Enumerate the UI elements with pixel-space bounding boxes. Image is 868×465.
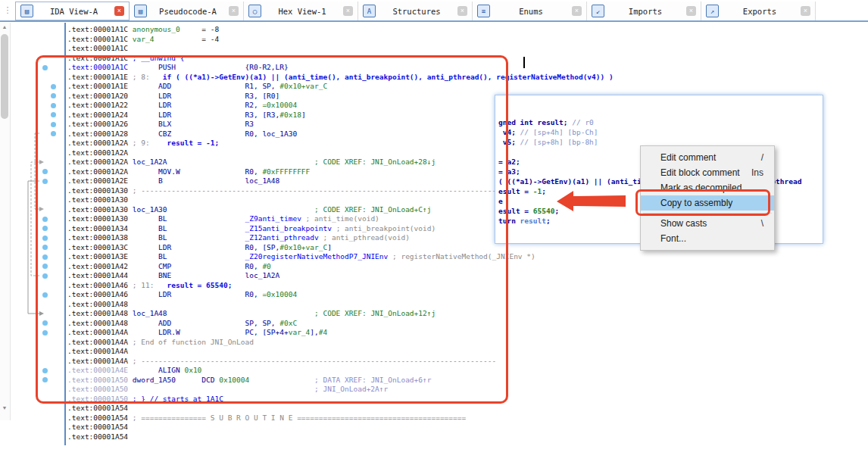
instruction-dot [42,254,48,260]
instruction-dot [42,273,48,279]
tab-close-icon[interactable]: × [343,6,353,16]
menu-item-edit-block-comment[interactable]: Edit block commentIns [641,165,774,180]
asm-line[interactable]: .text:00001A48 [67,300,614,310]
instruction-dot [42,292,48,298]
exports-icon: ↗ [706,5,719,17]
instruction-dot [42,169,48,174]
instruction-dot [51,93,56,98]
context-menu: Edit comment/Edit block commentInsMark a… [640,145,775,251]
menu-item-label: Show casts [660,216,707,231]
asm-line[interactable]: .text:00001A50 ; JNI_OnLoad+2A↑r [67,385,614,395]
asm-line[interactable]: .text:00001A48 ADD SP, SP, #0xC [67,319,614,329]
asm-line[interactable]: .text:00001A4E ALIGN 0x10 [67,366,614,376]
instruction-dot [42,236,48,241]
hex-view-icon: ○ [248,5,261,17]
structures-icon: A [363,5,376,17]
instruction-dot [42,264,48,269]
asm-line[interactable]: .text:00001A48 loc_1A48 ; CODE XREF: JNI… [67,309,614,319]
asm-line[interactable]: .text:00001A50 ; } // starts at 1A1C [67,395,614,404]
tab-imports[interactable]: ↙Imports× [587,2,701,20]
asm-line[interactable]: .text:00001A1C [67,44,614,54]
asm-line[interactable]: .text:00001A4A LDR.W PC, [SP+4+var_4],#4 [67,328,614,338]
asm-line[interactable]: .text:00001A3C LDR R0, [SP,#0x10+var_C] [67,243,614,253]
menu-item-copy-to-assembly[interactable]: Copy to assembly [641,195,774,211]
menu-item-show-casts[interactable]: Show casts\ [641,216,774,231]
asm-line[interactable]: .text:00001A46 LDR R0, =0x10004 [67,290,614,300]
menu-item-shortcut: Ins [751,165,763,180]
tab-pseudocode-a[interactable]: ▤Pseudocode-A× [130,2,244,20]
menu-item-shortcut: / [761,150,763,165]
tab-label: Enums [490,7,572,16]
tab-label: Pseudocode-A [147,7,229,16]
asm-line[interactable]: .text:00001A1C var_4 = -4 [67,35,614,45]
tab-close-icon[interactable]: × [801,6,810,16]
tab-close-icon[interactable]: × [457,6,467,16]
pseudocode-icon: ▤ [134,5,147,17]
enums-icon: ≡ [477,5,490,17]
menu-item-font[interactable]: Font... [641,231,774,246]
jump-arrows [0,0,53,424]
asm-line[interactable]: .text:00001A50 dword_1A50 DCD 0x10004 ; … [67,376,614,385]
asm-line[interactable]: .text:00001A3E BL _Z20registerNativeMeth… [67,252,614,262]
asm-line[interactable]: .text:00001A1C ; __unwind { [67,54,614,64]
menu-item-label: Edit comment [660,150,716,165]
instruction-dot [42,330,48,335]
text-cursor [523,57,525,68]
instruction-dot [51,122,56,127]
instruction-dot [42,226,48,231]
tab-close-icon[interactable]: × [572,6,582,16]
asm-line[interactable]: .text:00001A44 BNE loc_1A2A [67,271,614,281]
menu-item-mark-as-decompiled[interactable]: Mark as decompiled [641,180,774,195]
tab-bar-underline [0,20,868,22]
pseudocode-line: gned int result; // r0 [498,117,823,127]
menu-item-label: Font... [660,231,686,246]
menu-item-label: Edit block comment [660,165,740,180]
instruction-dot [51,103,56,108]
asm-line[interactable]: .text:00001A54 ; =============== S U B R… [67,414,614,423]
instruction-dot [42,245,48,250]
instruction-dot [51,84,56,89]
asm-line[interactable]: .text:00001A46 ; 11: result = 65540; [67,281,614,291]
instruction-dot [51,112,56,117]
menu-item-label: Copy to assembly [660,195,732,211]
tab-label: Exports [719,7,801,16]
tab-bar: ⋮ ▤IDA View-A×▤Pseudocode-A×○Hex View-1×… [0,0,868,20]
tab-close-icon[interactable]: × [229,6,239,16]
asm-line[interactable]: .text:00001A1C PUSH {R0-R2,LR} [67,63,614,73]
menu-item-shortcut: \ [761,216,763,231]
tab-label: Structures [376,7,457,16]
listing-left-border [64,23,66,445]
instruction-dot [42,320,48,326]
tab-strip: ▤IDA View-A×▤Pseudocode-A×○Hex View-1×AS… [15,2,816,20]
tab-label: Hex View-1 [261,7,343,16]
ida-window: ⋮ ▤IDA View-A×▤Pseudocode-A×○Hex View-1×… [0,0,868,465]
tab-enums[interactable]: ≡Enums× [473,2,587,20]
tab-structures[interactable]: AStructures× [358,2,473,20]
asm-line[interactable]: .text:00001A4A ; -----------------------… [67,357,614,367]
asm-line[interactable]: .text:00001A42 CMP R0, #0 [67,262,614,272]
menu-separator [643,213,772,214]
asm-line[interactable]: .text:00001A1E ADD R1, SP, #0x10+var_C [67,82,614,92]
tab-close-icon[interactable]: × [686,6,696,16]
instruction-dot [42,368,48,373]
menu-item-edit-comment[interactable]: Edit comment/ [641,150,774,165]
asm-line[interactable]: .text:00001A54 [67,432,614,442]
tab-hex-view-1[interactable]: ○Hex View-1× [244,2,358,20]
asm-line[interactable]: .text:00001A54 [67,404,614,414]
asm-line[interactable]: .text:00001A1C anonymous_0 = -8 [67,25,614,35]
instruction-dot [42,65,48,70]
instruction-dot [42,217,48,222]
instruction-dot [42,377,48,382]
imports-icon: ↙ [592,5,604,17]
asm-line[interactable]: .text:00001A1E ; 8: if ( ((*a1)->GetEnv)… [67,73,614,83]
asm-line[interactable]: .text:00001A4A ; End of function JNI_OnL… [67,338,614,348]
asm-line[interactable]: .text:00001A54 [67,423,614,432]
instruction-dot [51,131,56,136]
pseudocode-line: v4; // [sp+4h] [bp-Ch] [498,127,823,137]
asm-line[interactable]: .text:00001A4A [67,347,614,357]
tab-label: Imports [604,7,686,16]
tab-close-icon[interactable]: × [114,6,124,16]
tab-exports[interactable]: ↗Exports× [701,2,816,20]
menu-item-label: Mark as decompiled [660,180,742,195]
instruction-dot [42,179,48,184]
